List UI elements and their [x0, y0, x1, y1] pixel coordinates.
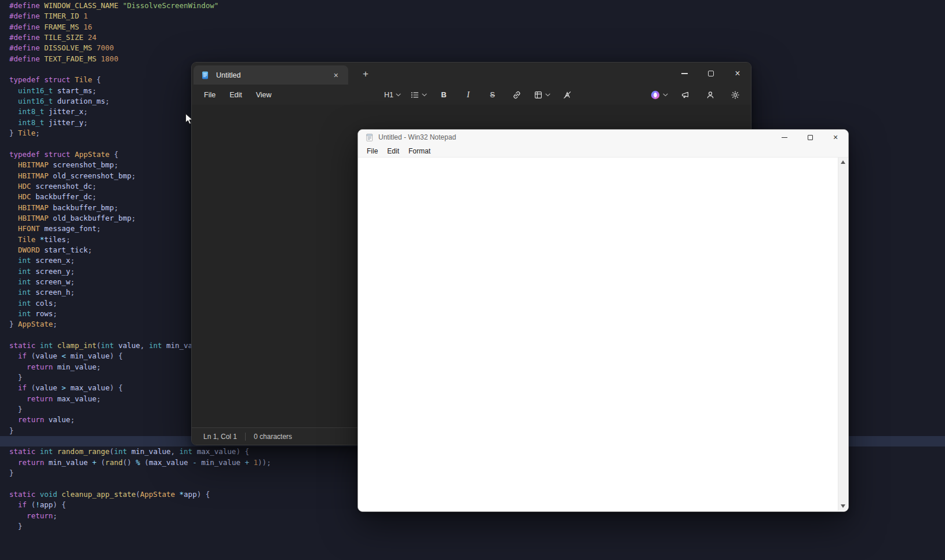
maximize-button[interactable]	[698, 63, 724, 85]
desktop: #define WINDOW_CLASS_NAME "DissolveScree…	[0, 0, 945, 560]
code-line[interactable]: #define WINDOW_CLASS_NAME "DissolveScree…	[0, 1, 945, 11]
bold-button[interactable]: B	[434, 87, 454, 103]
win32-menu-format[interactable]: Format	[404, 146, 435, 156]
account-icon	[706, 90, 715, 100]
win32-title-bar[interactable]: Untitled - Win32 Notepad ×	[358, 130, 848, 145]
win32-window-controls: ×	[772, 130, 848, 145]
notepad-app-icon	[200, 71, 210, 80]
notepad-toolbar: File Edit View H1 B I S	[192, 85, 751, 105]
clear-formatting-icon	[563, 90, 572, 100]
minimize-icon	[782, 137, 787, 138]
win32-text-area[interactable]	[358, 158, 848, 511]
strikethrough-label: S	[490, 91, 495, 99]
code-line[interactable]: #define TILE_SIZE 24	[0, 32, 945, 43]
code-line[interactable]: return;	[0, 511, 945, 521]
menu-edit[interactable]: Edit	[222, 88, 249, 102]
clear-formatting-button[interactable]	[557, 87, 577, 103]
win32-maximize-button[interactable]	[797, 130, 823, 145]
heading-style-dropdown[interactable]: H1	[382, 87, 403, 103]
bullet-list-icon	[410, 90, 419, 100]
maximize-icon	[708, 71, 714, 76]
insert-link-button[interactable]	[507, 87, 527, 103]
notepad-title-bar[interactable]: Untitled × + ×	[192, 63, 751, 85]
minimize-icon	[681, 73, 688, 74]
win32-menu-file[interactable]: File	[362, 146, 382, 156]
win32-minimize-button[interactable]	[772, 130, 797, 145]
chevron-down-icon	[545, 93, 550, 97]
win32-menu-bar: File Edit Format	[358, 145, 848, 158]
feedback-icon	[681, 90, 690, 100]
code-line[interactable]: #define FRAME_MS 16	[0, 22, 945, 32]
feedback-button[interactable]	[676, 87, 695, 103]
code-line[interactable]: }	[0, 521, 945, 532]
close-icon: ×	[735, 69, 740, 78]
win32-menu-edit[interactable]: Edit	[382, 146, 404, 156]
chevron-down-icon	[422, 93, 427, 97]
new-tab-button[interactable]: +	[359, 67, 373, 81]
character-count-status: 0 characters	[254, 433, 292, 441]
formatting-toolbar: H1 B I S	[382, 85, 577, 105]
notepad-tab-untitled[interactable]: Untitled ×	[194, 65, 348, 85]
minimize-button[interactable]	[671, 63, 698, 85]
win32-vertical-scrollbar[interactable]	[838, 158, 848, 511]
tab-close-icon[interactable]: ×	[331, 70, 341, 80]
settings-gear-icon	[731, 90, 740, 100]
menu-view[interactable]: View	[249, 88, 279, 102]
copilot-dropdown[interactable]	[648, 87, 670, 103]
notepad-window-controls: ×	[671, 63, 751, 85]
settings-button[interactable]	[725, 87, 745, 103]
toolbar-right-actions	[648, 85, 745, 105]
code-line[interactable]: #define DISSOLVE_MS 7000	[0, 43, 945, 53]
cursor-position-status: Ln 1, Col 1	[203, 433, 237, 441]
win32-notepad-window: Untitled - Win32 Notepad × File Edit For…	[357, 129, 849, 512]
list-dropdown[interactable]	[408, 87, 429, 103]
win32-close-button[interactable]: ×	[823, 130, 848, 145]
italic-button[interactable]: I	[458, 87, 478, 103]
account-button[interactable]	[700, 87, 720, 103]
scroll-up-arrow-icon[interactable]	[841, 160, 845, 164]
win32-window-title: Untitled - Win32 Notepad	[378, 133, 456, 141]
chevron-down-icon	[663, 93, 668, 97]
maximize-icon	[808, 135, 813, 140]
close-button[interactable]: ×	[724, 63, 751, 85]
insert-table-dropdown[interactable]	[531, 87, 553, 103]
scroll-down-arrow-icon[interactable]	[841, 504, 845, 508]
close-icon: ×	[833, 133, 838, 141]
chevron-down-icon	[396, 93, 401, 97]
mouse-cursor	[185, 113, 194, 126]
menu-file[interactable]: File	[197, 88, 222, 102]
status-separator	[245, 433, 246, 441]
link-icon	[512, 90, 521, 100]
table-icon	[534, 90, 543, 100]
tab-title: Untitled	[216, 71, 240, 79]
heading-style-label: H1	[384, 91, 393, 99]
strikethrough-button[interactable]: S	[483, 87, 502, 103]
win32-notepad-app-icon	[365, 133, 374, 142]
code-line[interactable]: #define TIMER_ID 1	[0, 11, 945, 21]
copilot-icon	[650, 90, 661, 100]
